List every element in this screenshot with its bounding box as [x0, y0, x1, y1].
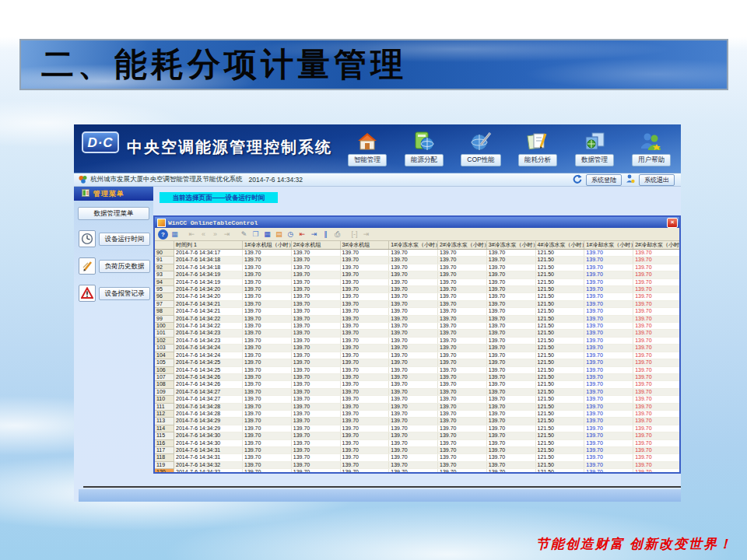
column-header[interactable]: 4#冷冻水泵（小时） — [535, 241, 584, 250]
pause-refresh-icon[interactable]: ∥ — [321, 229, 331, 240]
help-icon[interactable]: ? — [158, 229, 168, 240]
table-row[interactable]: 1122014-7-6 14:34:28139.70139.70139.7013… — [155, 410, 681, 417]
export-begin-icon[interactable]: ⇤ — [297, 229, 307, 240]
table-row[interactable]: 1142014-7-6 14:34:29139.70139.70139.7013… — [155, 425, 681, 432]
row-number[interactable]: 120 — [155, 469, 174, 474]
nav-item-data-management[interactable]: 数据管理 — [570, 128, 619, 166]
table-row[interactable]: 992014-7-6 14:34:22139.70139.70139.70139… — [155, 315, 681, 322]
table-row[interactable]: 982014-7-6 14:34:21139.70139.70139.70139… — [155, 308, 681, 315]
row-number[interactable]: 105 — [155, 359, 174, 366]
system-exit-button[interactable]: 系统退出 — [639, 174, 675, 186]
table-row[interactable]: 1052014-7-6 14:34:25139.70139.70139.7013… — [155, 359, 681, 366]
row-number[interactable]: 94 — [155, 278, 174, 285]
nav-item-user-help[interactable]: 用户帮助 — [626, 128, 676, 166]
row-number[interactable]: 114 — [155, 425, 174, 432]
row-number[interactable]: 106 — [155, 366, 174, 373]
table-row[interactable]: 1162014-7-6 14:34:30139.70139.70139.7013… — [155, 439, 681, 446]
system-login-button[interactable]: 系统登陆 — [586, 174, 622, 186]
print-icon[interactable]: ⎙ — [332, 229, 342, 240]
table-row[interactable]: 1102014-7-6 14:34:27139.70139.70139.7013… — [155, 396, 681, 403]
table-row[interactable]: 1082014-7-6 14:34:26139.70139.70139.7013… — [155, 381, 681, 388]
row-number[interactable]: 90 — [155, 250, 174, 257]
table-row[interactable]: 1132014-7-6 14:34:29139.70139.70139.7013… — [155, 418, 681, 425]
table-row[interactable]: 1092014-7-6 14:34:27139.70139.70139.7013… — [155, 388, 681, 395]
table-row[interactable]: 972014-7-6 14:34:21139.70139.70139.70139… — [155, 300, 681, 307]
sidebar-submenu-button[interactable]: 数据管理菜单 — [78, 207, 149, 220]
row-number[interactable]: 91 — [155, 257, 174, 264]
nav-item-label[interactable]: 数据管理 — [575, 154, 614, 166]
time-base-clock-icon[interactable]: ◷ — [286, 229, 296, 240]
nav-item-label[interactable]: 用户帮助 — [632, 154, 671, 166]
table-row[interactable]: 1022014-7-6 14:34:23139.70139.70139.7013… — [155, 337, 681, 344]
sidebar-item-label[interactable]: 设备报警记录 — [99, 287, 150, 300]
column-header[interactable]: 2#冷却水泵（小时） — [633, 241, 681, 250]
export-end-icon[interactable]: ⇥ — [309, 229, 319, 240]
row-number[interactable]: 97 — [155, 300, 174, 307]
row-number[interactable]: 104 — [155, 352, 174, 359]
time-range-icon[interactable]: ▤ — [274, 229, 284, 240]
copy-icon[interactable]: ❐ — [251, 229, 261, 240]
table-row[interactable]: 1192014-7-6 14:34:32139.70139.70139.7013… — [155, 461, 681, 468]
sidebar-item-runtime[interactable]: 设备运行时间 — [79, 230, 150, 247]
nav-item-label[interactable]: COP性能 — [461, 154, 500, 166]
row-number[interactable]: 113 — [155, 418, 174, 425]
select-columns-icon[interactable]: ▦ — [262, 229, 272, 240]
row-number[interactable]: 108 — [155, 381, 174, 388]
nav-item-energy-analysis[interactable]: 能耗分析 — [513, 128, 563, 166]
column-header[interactable]: 1#冷水机组（小时） — [243, 241, 292, 250]
row-number[interactable]: 116 — [155, 439, 174, 446]
table-row[interactable]: 902014-7-6 14:34:17139.70139.70139.70139… — [155, 250, 681, 257]
table-row[interactable]: 1002014-7-6 14:34:22139.70139.70139.7013… — [155, 323, 681, 330]
row-number[interactable]: 101 — [155, 330, 174, 337]
nav-item-label[interactable]: 智能管理 — [348, 154, 387, 166]
row-number[interactable]: 107 — [155, 373, 174, 380]
row-number[interactable]: 110 — [155, 396, 174, 403]
column-header[interactable]: 1#冷冻水泵（小时） — [389, 241, 438, 250]
table-row[interactable]: 962014-7-6 14:34:20139.70139.70139.70139… — [155, 293, 681, 300]
row-number[interactable]: 95 — [155, 286, 174, 293]
table-row[interactable]: 912014-7-6 14:34:18139.70139.70139.70139… — [155, 257, 681, 264]
row-number[interactable]: 102 — [155, 337, 174, 344]
column-header[interactable]: 2#冷水机组 — [291, 241, 340, 250]
table-row[interactable]: 1032014-7-6 14:34:24139.70139.70139.7013… — [155, 345, 681, 352]
table-row[interactable]: 922014-7-6 14:34:18139.70139.70139.70139… — [155, 264, 681, 271]
row-number[interactable]: 100 — [155, 323, 174, 330]
sidebar-item-label[interactable]: 负荷历史数据 — [99, 260, 150, 273]
sidebar-item-alarm-records[interactable]: 设备报警记录 — [79, 285, 150, 302]
row-number[interactable]: 103 — [155, 345, 174, 352]
nav-item-cop-performance[interactable]: COP性能 — [456, 128, 506, 166]
row-number[interactable]: 119 — [155, 461, 174, 468]
row-number[interactable]: 111 — [155, 403, 174, 410]
table-row[interactable]: 932014-7-6 14:34:19139.70139.70139.70139… — [155, 271, 681, 278]
table-row[interactable]: 1152014-7-6 14:34:30139.70139.70139.7013… — [155, 432, 681, 439]
nav-item-label[interactable]: 能耗分析 — [518, 154, 557, 166]
table-row[interactable]: 1172014-7-6 14:34:31139.70139.70139.7013… — [155, 446, 681, 453]
row-number[interactable]: 96 — [155, 293, 174, 300]
column-header[interactable]: 3#冷冻水泵（小时） — [486, 241, 535, 250]
table-row[interactable]: 1042014-7-6 14:34:24139.70139.70139.7013… — [155, 352, 681, 359]
row-number[interactable]: 109 — [155, 388, 174, 395]
nav-item-intelligent-management[interactable]: 智能管理 — [342, 128, 392, 166]
table-row[interactable]: 1202014-7-6 14:34:32139.70139.70139.7013… — [155, 469, 681, 474]
row-number[interactable]: 93 — [155, 271, 174, 278]
row-number[interactable]: 117 — [155, 446, 174, 453]
column-header[interactable]: 2#冷冻水泵（小时） — [438, 241, 487, 250]
nav-item-energy-allocation[interactable]: 能源分配 — [399, 128, 449, 166]
sidebar-item-load-history[interactable]: 负荷历史数据 — [79, 257, 150, 275]
column-header[interactable]: 3#冷水机组 — [340, 241, 389, 250]
row-number[interactable]: 115 — [155, 432, 174, 439]
table-row[interactable]: 1062014-7-6 14:34:25139.70139.70139.7013… — [155, 366, 681, 373]
row-number[interactable]: 98 — [155, 308, 174, 315]
table-row[interactable]: 942014-7-6 14:34:19139.70139.70139.70139… — [155, 278, 681, 285]
table-row[interactable]: 1072014-7-6 14:34:26139.70139.70139.7013… — [155, 373, 681, 380]
sidebar-item-label[interactable]: 设备运行时间 — [99, 233, 150, 246]
row-number[interactable]: 99 — [155, 315, 174, 322]
table-row[interactable]: 1112014-7-6 14:34:28139.70139.70139.7013… — [155, 403, 681, 410]
nav-item-label[interactable]: 能源分配 — [405, 154, 444, 166]
edit-pen-icon[interactable]: ✎ — [239, 229, 249, 240]
export-table-config-icon[interactable]: ▦ — [170, 229, 180, 240]
table-row[interactable]: 1012014-7-6 14:34:23139.70139.70139.7013… — [155, 330, 681, 337]
wincc-titlebar[interactable]: WinCC OnlineTableControl × — [155, 217, 679, 228]
row-number[interactable]: 92 — [155, 264, 174, 271]
row-number[interactable]: 118 — [155, 454, 174, 461]
